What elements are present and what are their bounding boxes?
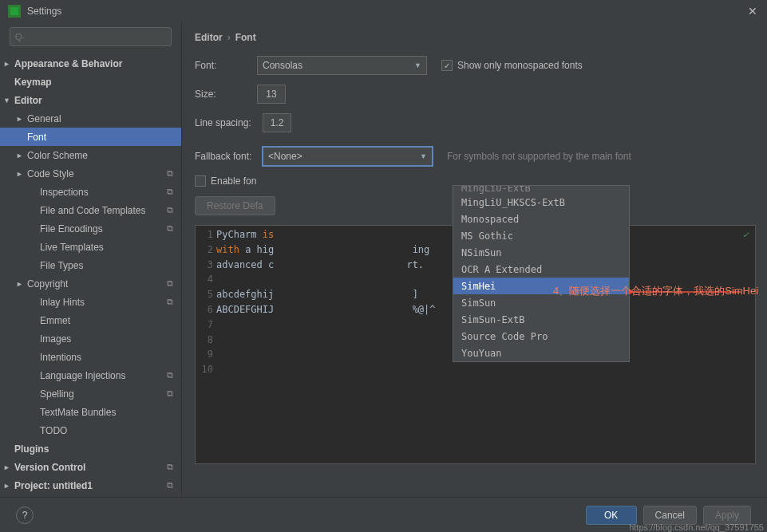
check-icon: ✓ — [743, 229, 749, 240]
dropdown-option[interactable]: OCR A Extended — [453, 261, 629, 278]
sidebar-item-label: File and Code Templates — [40, 205, 146, 216]
sidebar-item-live-templates[interactable]: Live Templates — [0, 238, 181, 256]
sidebar-item-intentions[interactable]: Intentions — [0, 348, 181, 366]
sidebar-item-editor[interactable]: ▼Editor — [0, 91, 181, 109]
help-button[interactable]: ? — [16, 506, 34, 524]
sidebar-item-label: Editor — [14, 95, 42, 106]
sidebar-item-textmate-bundles[interactable]: TextMate Bundles — [0, 403, 181, 421]
sidebar-item-label: Spelling — [40, 388, 74, 400]
sidebar-item-appearance-behavior[interactable]: ►Appearance & Behavior — [0, 54, 181, 73]
size-label: Size: — [195, 89, 257, 100]
sidebar-item-file-types[interactable]: File Types — [0, 256, 181, 274]
expand-icon: ► — [16, 280, 24, 288]
sidebar-item-label: Project: untitled1 — [14, 480, 93, 491]
sidebar-item-label: Inlay Hints — [40, 297, 85, 308]
sidebar-item-label: Keymap — [14, 77, 52, 88]
dropdown-option[interactable]: SimSun-ExtB — [453, 311, 629, 328]
copy-icon: ⧉ — [167, 223, 173, 234]
watermark: https://blog.csdn.net/qq_37591755 — [629, 522, 764, 532]
sidebar-item-emmet[interactable]: Emmet — [0, 311, 181, 329]
expand-icon: ► — [16, 170, 24, 178]
fallback-combo[interactable]: <None>▼ — [263, 147, 433, 166]
sidebar-item-images[interactable]: Images — [0, 329, 181, 348]
sidebar-item-general[interactable]: ►General — [0, 109, 181, 128]
dropdown-option[interactable]: MS Gothic — [453, 227, 629, 244]
content-panel: Editor›Font Font: Consolas▼ ✓ Show only … — [182, 22, 767, 501]
dropdown-option[interactable]: NSimSun — [453, 244, 629, 261]
dropdown-option[interactable]: Monospaced — [453, 211, 629, 227]
copy-icon: ⧉ — [167, 370, 173, 380]
ligatures-checkbox[interactable]: Enable fon — [195, 175, 256, 187]
sidebar-item-inlay-hints[interactable]: Inlay Hints⧉ — [0, 293, 181, 311]
dropdown-option[interactable]: Source Code Pro — [453, 328, 629, 345]
sidebar-item-project-untitled1[interactable]: ►Project: untitled1⧉ — [0, 476, 181, 495]
size-input[interactable]: 13 — [257, 85, 286, 104]
sidebar-item-language-injections[interactable]: Language Injections⧉ — [0, 366, 181, 384]
close-icon[interactable]: ✕ — [746, 5, 759, 18]
fallback-dropdown[interactable]: MingLiU-ExtBMingLiU_HKSCS-ExtBMonospaced… — [453, 185, 630, 362]
sidebar-item-inspections[interactable]: Inspections⧉ — [0, 183, 181, 201]
sidebar-item-file-and-code-templates[interactable]: File and Code Templates⧉ — [0, 201, 181, 219]
copy-icon: ⧉ — [167, 462, 173, 472]
sidebar-item-label: Live Templates — [40, 242, 104, 253]
sidebar-item-label: Language Injections — [40, 370, 125, 381]
breadcrumb: Editor›Font — [195, 30, 756, 56]
restore-defaults-button[interactable]: Restore Defa — [195, 196, 275, 215]
sidebar-item-label: Code Style — [27, 168, 74, 179]
svg-rect-0 — [10, 7, 18, 15]
sidebar-item-label: Inspections — [40, 187, 89, 198]
ok-button[interactable]: OK — [586, 506, 637, 525]
sidebar-item-font[interactable]: Font — [0, 128, 181, 146]
monospaced-checkbox[interactable]: ✓ Show only monospaced fonts — [441, 60, 583, 71]
sidebar-item-label: Plugins — [14, 443, 49, 455]
expand-icon: ▼ — [3, 97, 11, 104]
sidebar-item-label: Color Scheme — [27, 150, 88, 161]
dropdown-option[interactable]: YouYuan — [453, 345, 629, 361]
copy-icon: ⧉ — [167, 278, 173, 289]
search-input[interactable] — [10, 27, 172, 46]
sidebar-item-label: Font — [27, 132, 46, 143]
sidebar-item-file-encodings[interactable]: File Encodings⧉ — [0, 219, 181, 238]
sidebar-item-version-control[interactable]: ►Version Control⧉ — [0, 458, 181, 476]
sidebar-item-label: TODO — [40, 425, 67, 436]
copy-icon: ⧉ — [167, 480, 173, 491]
expand-icon: ► — [3, 482, 11, 490]
cancel-button[interactable]: Cancel — [643, 506, 697, 525]
annotation-text: 4、随便选择一个合适的字体，我选的SimHei — [553, 284, 761, 298]
dropdown-option[interactable]: MingLiU-ExtB — [453, 186, 629, 194]
sidebar-item-plugins[interactable]: Plugins — [0, 439, 181, 458]
sidebar-item-label: Version Control — [14, 462, 85, 473]
sidebar-item-label: General — [27, 113, 61, 124]
sidebar-item-color-scheme[interactable]: ►Color Scheme — [0, 146, 181, 164]
sidebar-item-label: Emmet — [40, 315, 70, 326]
dropdown-option[interactable]: MingLiU_HKSCS-ExtB — [453, 194, 629, 211]
sidebar-item-copyright[interactable]: ►Copyright⧉ — [0, 274, 181, 293]
chevron-down-icon: ▼ — [414, 61, 421, 69]
font-combo[interactable]: Consolas▼ — [257, 56, 427, 75]
sidebar-item-label: File Types — [40, 260, 83, 271]
sidebar: ►Appearance & BehaviorKeymap▼Editor►Gene… — [0, 22, 182, 501]
sidebar-item-keymap[interactable]: Keymap — [0, 73, 181, 91]
copy-icon: ⧉ — [167, 187, 173, 197]
expand-icon: ► — [3, 463, 11, 471]
fallback-hint: For symbols not supported by the main fo… — [447, 151, 631, 162]
window-title: Settings — [27, 6, 61, 17]
sidebar-item-spelling[interactable]: Spelling⧉ — [0, 384, 181, 403]
font-label: Font: — [195, 60, 257, 71]
sidebar-item-todo[interactable]: TODO — [0, 421, 181, 439]
sidebar-item-label: Copyright — [27, 278, 68, 290]
sidebar-item-code-style[interactable]: ►Code Style⧉ — [0, 164, 181, 183]
copy-icon: ⧉ — [167, 205, 173, 215]
fallback-label: Fallback font: — [195, 151, 263, 162]
chevron-down-icon: ▼ — [420, 152, 427, 160]
spacing-label: Line spacing: — [195, 117, 263, 128]
expand-icon: ► — [16, 115, 24, 123]
expand-icon: ► — [16, 152, 24, 160]
spacing-input[interactable]: 1.2 — [263, 113, 291, 132]
sidebar-item-label: Appearance & Behavior — [14, 58, 122, 69]
copy-icon: ⧉ — [167, 168, 173, 179]
apply-button[interactable]: Apply — [703, 506, 751, 525]
sidebar-item-label: TextMate Bundles — [40, 407, 116, 418]
copy-icon: ⧉ — [167, 388, 173, 399]
sidebar-item-label: File Encodings — [40, 223, 103, 234]
